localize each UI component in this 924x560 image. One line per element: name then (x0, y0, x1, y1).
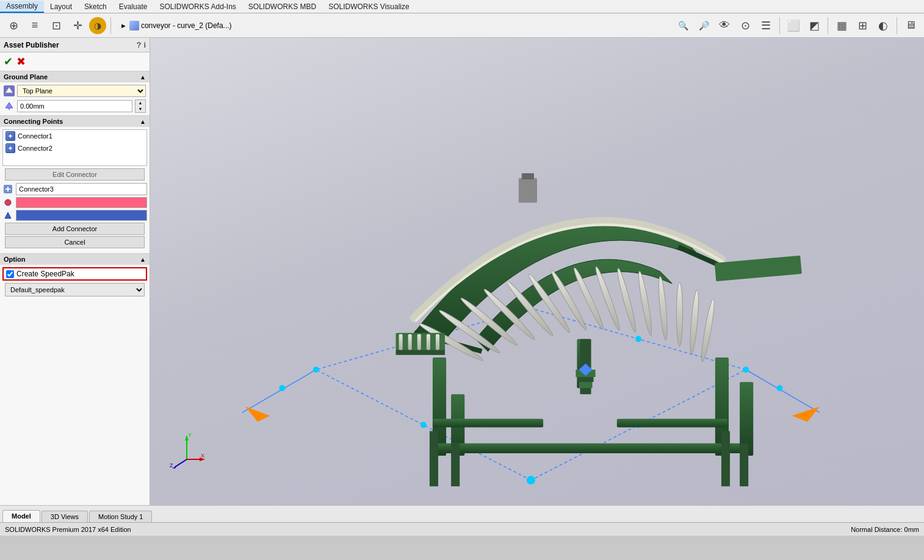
menu-evaluate[interactable]: Evaluate (113, 1, 154, 12)
toolbar-btn-1[interactable]: ≡ (25, 16, 45, 35)
svg-rect-59 (399, 334, 403, 350)
svg-marker-13 (5, 212, 11, 218)
svg-rect-66 (522, 173, 534, 179)
speedpak-dropdown[interactable]: Default_speedpak (5, 283, 145, 296)
connecting-points-body: Connector1 Connector2 Edit Connector (0, 127, 150, 253)
connector-list: Connector1 Connector2 (2, 129, 147, 166)
right-icon-menu[interactable]: ☰ (756, 16, 776, 35)
toolbar-row: ⊕ ≡ ⊡ ✛ ◑ ► conveyor - curve_2 (Defa...)… (0, 13, 924, 38)
svg-point-22 (527, 476, 535, 484)
right-icon-cube1[interactable]: ▦ (832, 16, 851, 35)
menu-assembly[interactable]: Assembly (0, 1, 44, 13)
right-icon-cube2[interactable]: ⊞ (853, 16, 872, 35)
divider-right-3 (897, 17, 897, 34)
svg-point-19 (313, 367, 319, 373)
spinner-down[interactable]: ▼ (135, 106, 145, 112)
panel-title: Asset Publisher (4, 41, 59, 49)
spinner-up[interactable]: ▲ (135, 100, 145, 106)
color-row-pink (2, 197, 147, 208)
svg-rect-63 (436, 334, 439, 350)
speedpak-checkbox-row: Create SpeedPak (2, 267, 147, 281)
option-header[interactable]: Option ▲ (0, 254, 150, 265)
right-icon-box1[interactable]: ⬜ (784, 16, 803, 35)
toolbar-btn-4[interactable]: ◑ (89, 17, 106, 34)
ground-plane-header[interactable]: Ground Plane ▲ (0, 71, 150, 82)
toolbar-btn-3[interactable]: ✛ (68, 16, 87, 35)
right-icon-box2[interactable]: ◩ (804, 16, 824, 35)
svg-point-24 (635, 336, 641, 342)
menu-mbd[interactable]: SOLIDWORKS MBD (242, 1, 322, 12)
svg-line-16 (746, 370, 820, 412)
toolbar-btn-0[interactable]: ⊕ (4, 16, 23, 35)
ground-plane-offset-icon (4, 101, 15, 112)
option-body: Create SpeedPak Default_speedpak (0, 265, 150, 299)
speedpak-checkbox[interactable] (6, 270, 14, 278)
color-icon-pink (2, 197, 13, 208)
new-connector-icon (2, 184, 13, 195)
status-left: SOLIDWORKS Premium 2017 x64 Edition (5, 526, 131, 533)
svg-text:Y: Y (188, 432, 192, 438)
menu-sketch[interactable]: Sketch (78, 1, 113, 12)
panel-help-icon[interactable]: ? (136, 40, 141, 49)
svg-rect-60 (408, 334, 412, 350)
svg-rect-61 (417, 334, 421, 350)
svg-marker-17 (245, 406, 270, 422)
svg-marker-0 (5, 87, 13, 93)
add-connector-button[interactable]: Add Connector (5, 223, 145, 235)
connector-name-input[interactable] (16, 183, 147, 195)
svg-rect-62 (427, 334, 430, 350)
left-panel: Asset Publisher ? i ✔ ✖ Ground Plane ▲ (0, 38, 150, 505)
color-swatch-blue[interactable] (16, 210, 147, 221)
connector-item-1[interactable]: Connector1 (3, 130, 146, 142)
svg-rect-40 (579, 382, 592, 388)
svg-line-15 (242, 370, 316, 412)
ground-plane-select[interactable]: Top Plane (17, 85, 146, 97)
color-swatch-pink[interactable] (16, 197, 147, 208)
right-icon-monitor[interactable]: 🖥 (901, 16, 920, 35)
svg-rect-36 (617, 419, 727, 428)
menu-visualize[interactable]: SOLIDWORKS Visualize (322, 1, 416, 12)
status-right: Normal Distance: 0mm (851, 526, 919, 533)
status-bar: SOLIDWORKS Premium 2017 x64 Edition Norm… (0, 522, 924, 536)
breadcrumb-icon (129, 21, 139, 31)
svg-rect-65 (519, 178, 537, 203)
ground-plane-offset-input[interactable] (17, 100, 132, 112)
panel-info-icon[interactable]: i (143, 40, 146, 49)
svg-rect-34 (433, 443, 741, 453)
ok-button[interactable]: ✔ (4, 55, 13, 68)
ground-plane-spinner: ▲ ▼ (135, 99, 146, 113)
right-icon-search[interactable]: 🔍 (673, 16, 693, 35)
content-area: ⊕ ≡ ⊡ ✛ ◑ ► conveyor - curve_2 (Defa...)… (0, 13, 924, 536)
right-icon-eye[interactable]: 👁 (715, 16, 734, 35)
tab-model[interactable]: Model (2, 510, 40, 522)
right-icon-zoom[interactable]: 🔎 (694, 16, 713, 35)
menu-layout[interactable]: Layout (44, 1, 78, 12)
ground-plane-value-row: ▲ ▼ (4, 99, 146, 113)
speedpak-label: Create SpeedPak (16, 270, 74, 278)
right-icon-cube3[interactable]: ◐ (873, 16, 893, 35)
menu-addins[interactable]: SOLIDWORKS Add-Ins (153, 1, 242, 12)
toolbar-btn-2[interactable]: ⊡ (46, 16, 66, 35)
svg-point-54 (676, 282, 682, 346)
svg-rect-39 (577, 377, 593, 382)
cancel-button[interactable]: ✖ (16, 55, 26, 68)
option-chevron: ▲ (140, 256, 146, 263)
tab-3dviews[interactable]: 3D Views (42, 511, 88, 522)
axis-indicator: Y X Z (168, 432, 205, 468)
bottom-tabs: Model 3D Views Motion Study 1 (0, 505, 924, 522)
option-section: Option ▲ Create SpeedPak Default_speedpa… (0, 253, 150, 299)
cancel-panel-button[interactable]: Cancel (5, 236, 145, 248)
tab-motion-study[interactable]: Motion Study 1 (89, 511, 152, 522)
color-row-blue (2, 210, 147, 221)
divider-right-1 (779, 17, 780, 34)
right-icon-group: 🔍 🔎 👁 ⊙ ☰ ⬜ ◩ ▦ ⊞ ◐ 🖥 (673, 16, 920, 35)
breadcrumb-arrow: ► (120, 22, 127, 29)
edit-connector-button[interactable]: Edit Connector (5, 168, 145, 181)
svg-rect-68 (451, 443, 460, 486)
right-icon-cursor[interactable]: ⊙ (735, 16, 755, 35)
viewport[interactable]: Y X Z (150, 38, 924, 505)
connecting-points-header[interactable]: Connecting Points ▲ (0, 116, 150, 127)
svg-point-55 (688, 290, 700, 354)
svg-point-53 (657, 276, 669, 340)
connector-item-2[interactable]: Connector2 (3, 142, 146, 154)
